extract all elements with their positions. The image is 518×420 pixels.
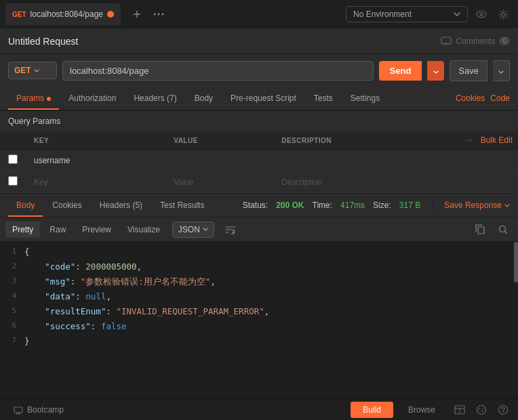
help-button[interactable] (494, 400, 513, 419)
svg-point-4 (161, 14, 163, 16)
tab-params[interactable]: Params (8, 88, 59, 110)
code-link[interactable]: Code (490, 93, 510, 103)
browse-tab-label: Browse (408, 405, 435, 415)
placeholder-key: Key (26, 171, 165, 193)
resp-tab-test-results[interactable]: Test Results (152, 195, 212, 217)
tab-method: GET (12, 11, 26, 18)
format-tab-raw[interactable]: Raw (43, 222, 73, 238)
method-label: GET (14, 66, 31, 75)
svg-rect-11 (14, 407, 22, 413)
query-params-section: Query Params KEY VALUE DESCRIPTION ··· B… (0, 111, 518, 193)
format-type-selector[interactable]: JSON (172, 222, 214, 238)
add-tab-button[interactable] (127, 5, 146, 24)
send-dropdown-button[interactable] (427, 61, 444, 81)
tab-body[interactable]: Body (186, 88, 221, 110)
json-line-7: 7 } (0, 334, 514, 349)
tab-close-icon[interactable] (107, 11, 114, 18)
method-select[interactable]: GET (8, 62, 57, 79)
value-column-header: VALUE (165, 131, 273, 150)
placeholder-row: Key Value Description (0, 171, 518, 193)
row-checkbox[interactable] (8, 154, 18, 164)
size-label: Size: (373, 201, 391, 210)
key-column-header: KEY (26, 131, 165, 150)
eye-icon-button[interactable] (472, 5, 491, 24)
tab-authorization[interactable]: Authorization (60, 88, 124, 110)
format-tab-visualize[interactable]: Visualize (121, 222, 167, 238)
svg-point-2 (153, 14, 155, 16)
key-cell: username (26, 150, 165, 171)
cookies-icon (476, 404, 487, 415)
response-status: Status: 200 OK Time: 417ms Size: 317 B |… (243, 201, 510, 210)
bulk-edit-button[interactable]: Bulk Edit (481, 135, 513, 145)
main-content: Untitled Request Comments 0 GET Send Sav… (0, 28, 518, 420)
save-response-label: Save Response (444, 201, 502, 210)
tab-settings[interactable]: Settings (342, 88, 388, 110)
wrap-icon (225, 225, 236, 234)
scroll-thumb[interactable] (514, 242, 518, 282)
search-button[interactable] (494, 220, 513, 239)
settings-button[interactable] (494, 5, 513, 24)
build-tab-label: Build (363, 405, 381, 415)
tab-headers[interactable]: Headers (7) (125, 88, 184, 110)
format-tab-preview[interactable]: Preview (75, 222, 118, 238)
url-bar: GET Send Save (0, 54, 518, 87)
description-column-header: DESCRIPTION (273, 131, 450, 150)
svg-point-6 (480, 13, 483, 16)
query-params-title: Query Params (0, 111, 518, 131)
layout-icon (454, 405, 465, 415)
build-tab[interactable]: Build (351, 402, 393, 418)
bootcamp-label: Bootcamp (27, 405, 64, 415)
resp-toolbar-right (471, 220, 513, 239)
status-label: Status: (243, 201, 268, 210)
placeholder-checkbox[interactable] (8, 176, 18, 186)
scroll-track (514, 242, 518, 398)
tab-tests[interactable]: Tests (306, 88, 341, 110)
title-bar-right: Comments 0 (441, 37, 510, 46)
copy-button[interactable] (471, 220, 490, 239)
format-tab-pretty[interactable]: Pretty (5, 222, 40, 238)
json-line-6: 6 "success": false (0, 319, 514, 334)
save-button[interactable]: Save (450, 60, 487, 81)
status-code: 200 OK (276, 201, 304, 210)
response-size: 317 B (399, 201, 420, 210)
format-type-label: JSON (178, 225, 200, 234)
params-table: KEY VALUE DESCRIPTION ··· Bulk Edit user… (0, 131, 518, 193)
time-label: Time: (313, 201, 333, 210)
resp-tab-cookies[interactable]: Cookies (44, 195, 89, 217)
env-selector-label: No Environment (353, 9, 450, 19)
tab-pre-request[interactable]: Pre-request Script (222, 88, 304, 110)
comments-count: 0 (499, 37, 510, 45)
wrap-icon-button[interactable] (221, 220, 240, 239)
response-time: 417ms (340, 201, 365, 210)
more-tabs-button[interactable] (149, 5, 168, 24)
send-button[interactable]: Send (379, 61, 422, 81)
svg-point-3 (157, 14, 159, 16)
json-line-1: 1 { (0, 245, 514, 259)
svg-point-16 (479, 408, 480, 410)
environment-selector[interactable]: No Environment (346, 6, 468, 22)
save-dropdown-button[interactable] (493, 60, 510, 81)
response-tabs-bar: Body Cookies Headers (5) Test Results St… (0, 193, 518, 217)
title-bar: Untitled Request Comments 0 (0, 28, 518, 54)
url-input[interactable] (62, 61, 374, 81)
json-body: 1 { 2 "code": 2000005000, 3 "msg": "参数检验… (0, 242, 514, 398)
value-cell (165, 150, 273, 171)
params-dot (47, 97, 51, 101)
svg-rect-9 (478, 227, 484, 234)
cookies-button[interactable] (472, 400, 491, 419)
save-response-button[interactable]: Save Response (444, 201, 510, 210)
req-tabs-right: Cookies Code (456, 93, 510, 103)
request-tab[interactable]: GET localhost:8084/page (5, 3, 121, 25)
svg-point-5 (477, 11, 486, 18)
search-icon (498, 225, 508, 234)
bootcamp-button[interactable]: Bootcamp (5, 402, 72, 417)
bottom-bar: Bootcamp Build Browse (0, 398, 518, 420)
resp-tab-headers[interactable]: Headers (5) (92, 195, 151, 217)
tab-url: localhost:8084/page (31, 9, 103, 19)
help-icon (498, 404, 509, 415)
resp-tab-body[interactable]: Body (8, 195, 43, 217)
json-line-3: 3 "msg": "参数检验错误:用户名不能为空", (0, 274, 514, 289)
cookies-link[interactable]: Cookies (456, 93, 485, 103)
browse-tab[interactable]: Browse (396, 402, 447, 418)
layout-button[interactable] (450, 400, 469, 419)
